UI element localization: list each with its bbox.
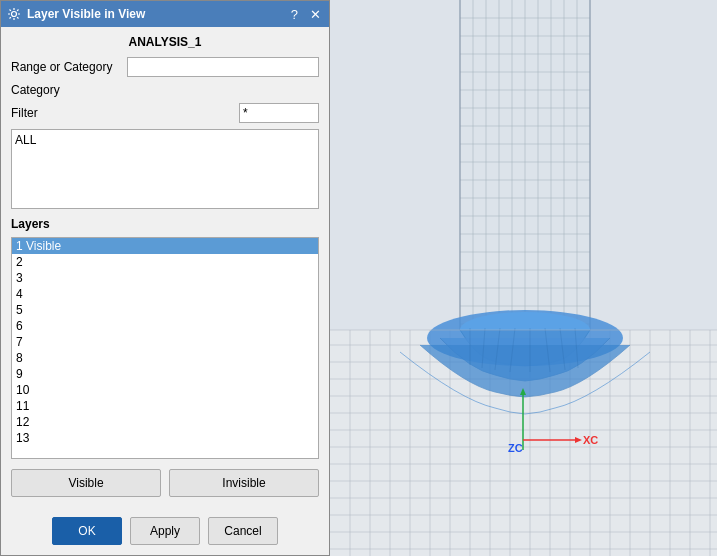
settings-icon <box>7 7 21 21</box>
svg-point-0 <box>12 12 17 17</box>
layer-item-10[interactable]: 10 <box>12 382 318 398</box>
layer-item-9[interactable]: 9 <box>12 366 318 382</box>
model-container: ZC XC <box>330 0 717 556</box>
visible-button[interactable]: Visible <box>11 469 161 497</box>
layer-item-5[interactable]: 5 <box>12 302 318 318</box>
3d-viewport: ZC XC <box>330 0 717 556</box>
invisible-button[interactable]: Invisible <box>169 469 319 497</box>
dialog-title: Layer Visible in View <box>27 7 145 21</box>
layers-section-label: Layers <box>11 217 319 231</box>
layer-item-11[interactable]: 11 <box>12 398 318 414</box>
cancel-button[interactable]: Cancel <box>208 517 278 545</box>
help-button[interactable]: ? <box>289 8 300 21</box>
titlebar-left: Layer Visible in View <box>7 7 145 21</box>
category-label: Category <box>11 83 319 97</box>
layer-item-2[interactable]: 2 <box>12 254 318 270</box>
category-text-area[interactable]: ALL <box>11 129 319 209</box>
layer-item-1[interactable]: 1 Visible <box>12 238 318 254</box>
close-button[interactable]: ✕ <box>308 8 323 21</box>
layer-item-3[interactable]: 3 <box>12 270 318 286</box>
svg-text:ZC: ZC <box>508 442 523 454</box>
layer-item-7[interactable]: 7 <box>12 334 318 350</box>
filter-label: Filter <box>11 106 51 120</box>
range-category-input[interactable] <box>127 57 319 77</box>
model-svg: ZC XC <box>330 0 717 556</box>
bottom-buttons: OK Apply Cancel <box>1 511 329 555</box>
layer-visible-dialog: Layer Visible in View ? ✕ ANALYSIS_1 Ran… <box>0 0 330 556</box>
apply-button[interactable]: Apply <box>130 517 200 545</box>
filter-input[interactable] <box>239 103 319 123</box>
layers-list[interactable]: 1 Visible2345678910111213 <box>11 237 319 459</box>
filter-row: Filter <box>11 103 319 123</box>
layer-item-13[interactable]: 13 <box>12 430 318 446</box>
layer-item-4[interactable]: 4 <box>12 286 318 302</box>
range-category-label: Range or Category <box>11 60 121 74</box>
svg-text:XC: XC <box>583 434 598 446</box>
dialog-content: ANALYSIS_1 Range or Category Category Fi… <box>1 27 329 511</box>
titlebar-buttons: ? ✕ <box>289 8 323 21</box>
range-category-row: Range or Category <box>11 57 319 77</box>
layer-item-6[interactable]: 6 <box>12 318 318 334</box>
layer-item-8[interactable]: 8 <box>12 350 318 366</box>
dialog-titlebar: Layer Visible in View ? ✕ <box>1 1 329 27</box>
layer-item-12[interactable]: 12 <box>12 414 318 430</box>
category-content: ALL <box>15 133 315 147</box>
ok-button[interactable]: OK <box>52 517 122 545</box>
analysis-subtitle: ANALYSIS_1 <box>11 35 319 49</box>
vis-buttons-row: Visible Invisible <box>11 469 319 497</box>
